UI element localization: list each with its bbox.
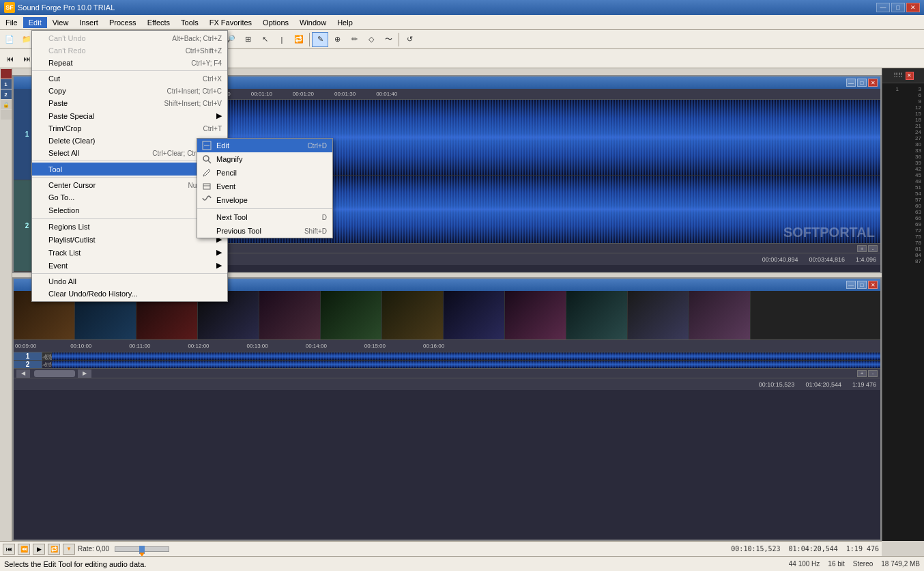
menu-tools[interactable]: Tools: [175, 17, 204, 28]
tl-scroll-right[interactable]: ▶: [78, 370, 91, 378]
menu-cut[interactable]: Cut Ctrl+X: [32, 72, 227, 85]
menu-window[interactable]: Window: [294, 17, 332, 28]
event-arrow: ▶: [216, 261, 222, 270]
waveform-maximize-btn[interactable]: □: [857, 79, 867, 87]
menu-options[interactable]: Options: [257, 17, 294, 28]
menu-copy[interactable]: Copy Ctrl+Insert; Ctrl+C: [32, 85, 227, 97]
tb-loop[interactable]: 🔁: [291, 32, 307, 47]
menu-effects[interactable]: Effects: [142, 17, 175, 28]
tl-zoom-in-btn[interactable]: +: [857, 370, 867, 377]
vu-scale-label-2: 6: [900, 92, 921, 98]
transport-to-start[interactable]: ⏮: [3, 544, 15, 555]
vframe-5: [259, 291, 321, 340]
tb-magnify-tool[interactable]: ⊕: [329, 32, 345, 47]
vu-close-button[interactable]: ✕: [906, 72, 914, 80]
tb-refresh[interactable]: ↺: [401, 32, 418, 47]
menu-file[interactable]: File: [0, 17, 23, 28]
submenu-next-tool[interactable]: Next Tool D: [197, 210, 332, 224]
timeline-track-2-area[interactable]: -Inf -6,0: [42, 361, 880, 368]
menu-event[interactable]: Event ▶: [32, 259, 227, 272]
tb-pencil-tool[interactable]: ✏: [346, 32, 362, 47]
tb-edit-tool[interactable]: ✎: [312, 32, 328, 47]
vframe-10: [566, 291, 628, 340]
timeline-track-1-area[interactable]: -6,0 -Inf -6,0: [42, 352, 880, 361]
left-track-2[interactable]: 2: [1, 89, 12, 99]
minimize-button[interactable]: —: [876, 3, 890, 12]
transport-record-marker[interactable]: ▼: [63, 544, 75, 555]
menu-repeat[interactable]: Repeat Ctrl+Y; F4: [32, 57, 227, 69]
close-button[interactable]: ✕: [906, 3, 920, 12]
transport-play-loop[interactable]: 🔁: [48, 544, 60, 555]
app-title: Sound Forge Pro 10.0 TRIAL: [18, 3, 876, 12]
waveform-close-btn[interactable]: ✕: [868, 79, 878, 87]
waveform-minimize-btn[interactable]: —: [846, 79, 856, 87]
vu-scale-label-3: 9: [900, 98, 921, 105]
menu-clear-history[interactable]: Clear Undo/Redo History...: [32, 288, 227, 300]
vu-scale-label-28: 84: [900, 252, 921, 258]
timeline-wave-1[interactable]: [52, 352, 880, 360]
submenu-envelope[interactable]: Envelope: [197, 193, 332, 207]
menu-undo-all[interactable]: Undo All: [32, 275, 227, 288]
vu-scale-label-8: 24: [900, 129, 921, 135]
left-track-1[interactable]: 1: [1, 79, 12, 89]
wave-scroll-zoom-in[interactable]: +: [857, 245, 867, 252]
tb-envelope-tool[interactable]: 〜: [380, 32, 396, 47]
tl-ruler-t3: 00:11:00: [129, 343, 150, 349]
submenu-edit[interactable]: Edit Ctrl+D: [197, 139, 332, 152]
submenu-envelope-label: Envelope: [216, 196, 248, 204]
timeline-minimize-btn[interactable]: —: [846, 281, 856, 289]
submenu-pencil[interactable]: Pencil: [197, 166, 332, 180]
tb-prev-marker[interactable]: ⏮: [1, 51, 18, 66]
vframe-9: [505, 291, 566, 340]
tb-fit[interactable]: ⊞: [240, 32, 256, 47]
timeline-close-btn[interactable]: ✕: [868, 281, 878, 289]
tl-scroll-left[interactable]: ◀: [16, 370, 30, 378]
left-track-rec[interactable]: [1, 69, 12, 79]
timeline-wave-2-render: [52, 361, 880, 368]
menu-cant-undo[interactable]: Can't Undo Alt+Back; Ctrl+Z: [32, 32, 227, 44]
vu-scale-label-12: 36: [900, 154, 921, 160]
tl-ruler-t7: 00:15:00: [364, 343, 386, 349]
submenu-magnify[interactable]: Magnify: [197, 152, 332, 166]
menu-paste[interactable]: Paste Shift+Insert; Ctrl+V: [32, 97, 227, 109]
menu-paste-special[interactable]: Paste Special ▶: [32, 109, 227, 122]
menu-track-list[interactable]: Track List ▶: [32, 246, 227, 259]
tl-ruler-t5: 00:13:00: [247, 343, 268, 349]
transport-zoom-display: 1:19 476: [846, 545, 879, 553]
menu-insert[interactable]: Insert: [74, 17, 104, 28]
tb-event-tool[interactable]: ◇: [363, 32, 379, 47]
playlist-label: Playlist/Cutlist: [48, 236, 95, 244]
menu-cant-redo[interactable]: Can't Redo Ctrl+Shift+Z: [32, 44, 227, 57]
submenu-event[interactable]: Event: [197, 180, 332, 193]
window-controls: — □ ✕: [876, 3, 920, 12]
menu-fx-favorites[interactable]: FX Favorites: [204, 17, 257, 28]
menu-help[interactable]: Help: [332, 17, 358, 28]
vu-scale-label-14: 42: [900, 166, 921, 172]
transport-play[interactable]: ▶: [33, 544, 45, 555]
submenu-prev-tool[interactable]: Previous Tool Shift+D: [197, 224, 332, 238]
tb-cursor[interactable]: ↖: [257, 32, 273, 47]
tl-scroll-thumb[interactable]: [34, 370, 75, 377]
timeline-wave-2[interactable]: [52, 361, 880, 368]
maximize-button[interactable]: □: [891, 3, 905, 12]
vu-scale-label-17: 51: [900, 184, 921, 191]
timeline-h-scrollbar[interactable]: ◀ ▶ + -: [14, 368, 880, 378]
tb-marker[interactable]: |: [274, 32, 290, 47]
transport-rate-slider[interactable]: [115, 546, 169, 552]
menu-trim-crop[interactable]: Trim/Crop Ctrl+T: [32, 122, 227, 135]
submenu-sep: [197, 208, 332, 209]
vu-scale-label-24: 72: [900, 227, 921, 234]
menu-process[interactable]: Process: [104, 17, 142, 28]
trim-crop-shortcut: Ctrl+T: [190, 125, 222, 133]
vframe-11: [628, 291, 689, 340]
tl-zoom-out-btn[interactable]: -: [868, 370, 878, 377]
wave-scroll-zoom-out[interactable]: -: [868, 245, 878, 252]
vu-display: 1 3 6 9 12 15 18 21 24 27 30 33 36 39 42…: [882, 83, 924, 541]
tb-new[interactable]: 📄: [1, 32, 18, 47]
menu-view[interactable]: View: [47, 17, 74, 28]
transport-prev[interactable]: ⏪: [18, 544, 30, 555]
timeline-maximize-btn[interactable]: □: [857, 281, 867, 289]
menu-edit[interactable]: Edit: [23, 17, 47, 28]
db-mid-2: -6,0: [42, 362, 52, 368]
submenu-envelope-icon: [201, 195, 212, 206]
